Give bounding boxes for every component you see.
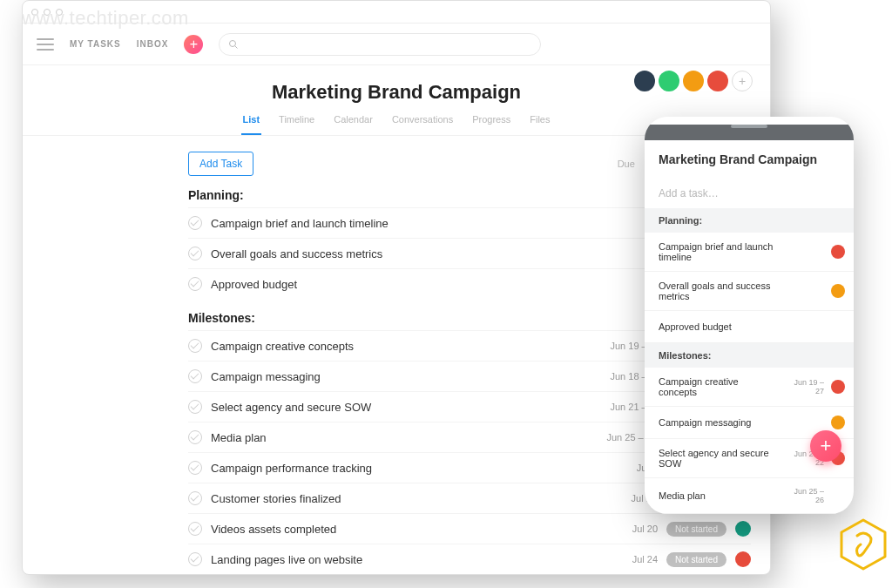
complete-checkbox[interactable] [188, 216, 202, 230]
nav-my-tasks[interactable]: MY TASKS [70, 39, 121, 49]
mobile-task-row[interactable]: Overall goals and success metrics [645, 272, 854, 311]
add-member-button[interactable]: + [732, 71, 753, 91]
mobile-task-row[interactable]: Media planJun 25 – 26 [645, 478, 854, 514]
assignee-avatar[interactable] [735, 521, 751, 537]
mobile-add-task[interactable]: Add a task… [645, 179, 854, 208]
svg-marker-3 [841, 520, 885, 569]
mobile-assignee-avatar [831, 416, 845, 429]
mobile-task-due: Jun 19 – 27 [784, 378, 824, 395]
mobile-task-name: Campaign creative concepts [659, 376, 777, 397]
complete-checkbox[interactable] [188, 552, 202, 566]
svg-line-1 [235, 45, 238, 48]
complete-checkbox[interactable] [188, 277, 202, 291]
task-name[interactable]: Customer stories finalized [211, 492, 585, 505]
complete-checkbox[interactable] [188, 461, 202, 475]
avatar[interactable] [707, 71, 728, 91]
avatar[interactable] [634, 71, 655, 91]
task-name[interactable]: Campaign brief and launch timeline [211, 217, 589, 230]
tab-timeline[interactable]: Timeline [277, 114, 316, 135]
complete-checkbox[interactable] [188, 491, 202, 505]
task-row[interactable]: Landing pages live on websiteJul 24Not s… [188, 544, 751, 574]
mobile-task-name: Campaign messaging [659, 417, 777, 428]
mobile-assignee-avatar [831, 245, 845, 259]
svg-point-0 [230, 40, 236, 46]
tab-progress[interactable]: Progress [470, 114, 512, 135]
mobile-task-name: Select agency and secure SOW [659, 448, 777, 469]
avatar[interactable] [683, 71, 704, 91]
mobile-task-name: Overall goals and success metrics [659, 280, 777, 301]
status-badge[interactable]: Not started [666, 552, 726, 567]
nav-inbox[interactable]: INBOX [137, 39, 169, 49]
add-task-button[interactable]: Add Task [188, 152, 253, 176]
complete-checkbox[interactable] [188, 430, 202, 444]
quick-add-button[interactable]: + [184, 35, 203, 54]
tab-calendar[interactable]: Calendar [332, 114, 375, 135]
task-name[interactable]: Campaign performance tracking [211, 462, 585, 475]
task-name[interactable]: Approved budget [211, 278, 589, 291]
mobile-task-due: Jun 25 – 26 [784, 487, 824, 504]
complete-checkbox[interactable] [188, 400, 202, 414]
tab-files[interactable]: Files [528, 114, 551, 135]
browser-chrome [23, 1, 770, 24]
window-dot [56, 9, 63, 16]
task-row[interactable]: Videos assets completedJul 20Not started [188, 513, 751, 544]
search-icon [228, 39, 239, 50]
task-name[interactable]: Overall goals and success metrics [211, 247, 589, 260]
avatar[interactable] [659, 71, 679, 91]
complete-checkbox[interactable] [188, 522, 202, 536]
complete-checkbox[interactable] [188, 339, 202, 353]
mobile-task-name: Media plan [659, 490, 777, 501]
mobile-task-name: Approved budget [659, 321, 777, 332]
mobile-section-title: Milestones: [645, 343, 854, 368]
task-due: Jul 20 [595, 524, 658, 534]
mobile-statusbar [645, 125, 854, 140]
task-row[interactable]: Campaign launch!Aug 1Not started [188, 574, 751, 575]
mobile-task-row[interactable]: Approved budget [645, 311, 854, 343]
task-name[interactable]: Select agency and secure SOW [211, 401, 589, 414]
col-due: Due [618, 159, 635, 169]
mobile-task-name: Campaign brief and launch timeline [659, 241, 777, 262]
mobile-assignee-avatar [831, 489, 845, 503]
top-bar: MY TASKS INBOX + [23, 24, 770, 65]
mobile-fab-add[interactable]: + [810, 430, 841, 462]
search-input[interactable] [219, 33, 541, 56]
project-members: + [634, 71, 753, 91]
task-name[interactable]: Media plan [211, 431, 585, 444]
task-name[interactable]: Campaign creative concepts [211, 340, 589, 353]
mobile-task-row[interactable]: Campaign creative conceptsJun 19 – 27 [645, 368, 854, 407]
task-due: Jul 24 [595, 554, 658, 564]
assignee-avatar[interactable] [735, 551, 751, 567]
mobile-assignee-avatar [831, 380, 845, 394]
status-badge[interactable]: Not started [666, 522, 726, 537]
mobile-assignee-avatar [831, 320, 845, 334]
tab-conversations[interactable]: Conversations [390, 114, 455, 135]
corner-badge-icon [840, 518, 887, 571]
task-name[interactable]: Videos assets completed [211, 523, 586, 536]
window-dot [44, 9, 51, 16]
menu-icon[interactable] [37, 38, 54, 51]
mobile-assignee-avatar [831, 284, 845, 298]
mobile-preview: Marketing Brand Campaign Add a task… Pla… [645, 117, 854, 514]
complete-checkbox[interactable] [188, 247, 202, 260]
mobile-task-row[interactable]: Campaign brief and launch timeline [645, 233, 854, 272]
window-dot [31, 9, 38, 16]
tab-list[interactable]: List [241, 114, 262, 135]
task-name[interactable]: Campaign messaging [211, 370, 589, 383]
complete-checkbox[interactable] [188, 369, 202, 383]
speaker-icon [731, 125, 767, 128]
mobile-section-title: Planning: [645, 208, 854, 233]
mobile-project-title: Marketing Brand Campaign [645, 140, 854, 179]
task-name[interactable]: Landing pages live on website [211, 553, 586, 566]
